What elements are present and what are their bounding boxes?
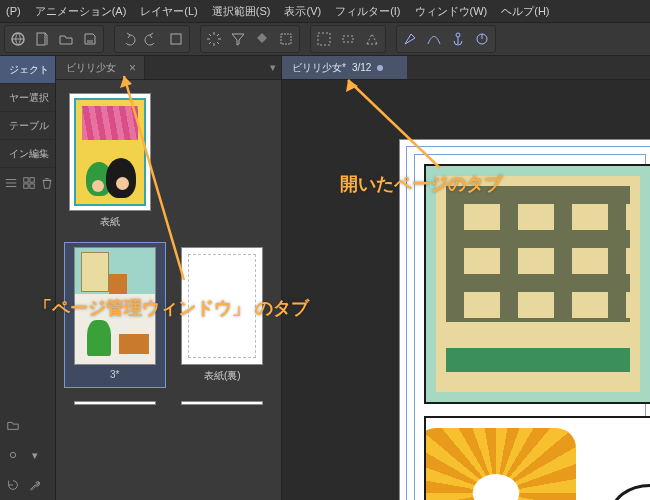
thumb-label: 3* (110, 369, 119, 380)
svg-rect-2 (87, 40, 93, 43)
page-manager-tab-label: ビリリ少女 (66, 61, 116, 75)
folder-icon[interactable] (4, 416, 22, 434)
sidebar-icon-row (0, 168, 55, 198)
canvas-page (400, 140, 650, 500)
sidebar-item-line-edit[interactable]: イン編集 (0, 140, 55, 168)
page-thumbnails: 表紙 3* 表紙(裏) (56, 80, 281, 500)
svg-rect-3 (171, 34, 181, 44)
wrench-icon[interactable] (26, 476, 44, 494)
toolbar-group-filter (200, 25, 300, 53)
tab-dropdown-icon[interactable]: ▾ (265, 56, 281, 79)
thumb-page-preview (69, 93, 151, 211)
history-icon[interactable] (4, 476, 22, 494)
sidebar-item-layer-select[interactable]: ヤー選択 (0, 84, 55, 112)
thumb-peek[interactable] (172, 396, 274, 410)
earth-app-icon[interactable] (7, 28, 29, 50)
menu-item[interactable]: フィルター(I) (335, 4, 400, 19)
canvas-viewport[interactable] (282, 80, 650, 500)
thumb-peek[interactable] (64, 396, 166, 410)
svg-point-15 (456, 33, 460, 37)
sidebar-item-object[interactable]: ジェクト (0, 56, 55, 84)
document-tab-title: ビリリ少女* (292, 61, 346, 75)
toolbar-group-vector (396, 25, 496, 53)
sidebar-lower-row-2: ▾ (0, 440, 55, 470)
svg-line-11 (217, 34, 219, 36)
power-icon[interactable] (471, 28, 493, 50)
svg-line-10 (209, 42, 211, 44)
thumb-back-cover[interactable]: 表紙(裏) (172, 242, 274, 388)
clear-icon[interactable] (165, 28, 187, 50)
thumb-label: 表紙(裏) (204, 369, 241, 383)
svg-rect-1 (37, 33, 45, 45)
menu-item[interactable]: レイヤー(L) (140, 4, 197, 19)
menu-item[interactable]: 選択範囲(S) (212, 4, 271, 19)
thumb-page-3[interactable]: 3* (64, 242, 166, 388)
toolbar-group-edit (114, 25, 190, 53)
document-tab-pages: 3/12 (352, 62, 371, 73)
select-rect-icon[interactable] (337, 28, 359, 50)
close-icon[interactable]: × (129, 61, 136, 75)
settings-icon[interactable] (4, 446, 22, 464)
transform-icon[interactable] (275, 28, 297, 50)
svg-rect-13 (318, 33, 330, 45)
menu-bar: (P) アニメーション(A) レイヤー(L) 選択範囲(S) 表示(V) フィル… (0, 0, 650, 22)
sidebar-item-table[interactable]: テーブル (0, 112, 55, 140)
main-area: ジェクト ヤー選択 テーブル イン編集 ▾ ビリリ少女 × ▾ (0, 56, 650, 500)
menu-item[interactable]: ウィンドウ(W) (415, 4, 488, 19)
menu-item[interactable]: (P) (6, 5, 21, 17)
svg-rect-19 (30, 178, 34, 182)
select-lasso-icon[interactable] (361, 28, 383, 50)
curve-tool-icon[interactable] (423, 28, 445, 50)
open-folder-icon[interactable] (55, 28, 77, 50)
toolbar-group-select (310, 25, 386, 53)
menu-item[interactable]: アニメーション(A) (35, 4, 127, 19)
page-manager-tab[interactable]: ビリリ少女 × (56, 56, 145, 79)
thumb-label: 表紙 (100, 215, 120, 229)
save-icon[interactable] (79, 28, 101, 50)
grid-icon[interactable] (22, 174, 36, 192)
loading-icon[interactable] (203, 28, 225, 50)
pen-tool-icon[interactable] (399, 28, 421, 50)
trash-icon[interactable] (40, 174, 54, 192)
svg-rect-20 (24, 184, 28, 188)
new-file-icon[interactable] (31, 28, 53, 50)
undo-icon[interactable] (117, 28, 139, 50)
canvas-area: ビリリ少女* 3/12 (282, 56, 650, 500)
sidebar-lower-row (0, 410, 55, 440)
select-dashed-icon[interactable] (313, 28, 335, 50)
filter-icon[interactable] (227, 28, 249, 50)
svg-line-8 (209, 34, 211, 36)
sidebar-lower-row-3 (0, 470, 55, 500)
anchor-tool-icon[interactable] (447, 28, 469, 50)
document-tab[interactable]: ビリリ少女* 3/12 (282, 56, 407, 79)
page-manager-tabbar: ビリリ少女 × ▾ (56, 56, 281, 80)
tool-sidebar: ジェクト ヤー選択 テーブル イン編集 ▾ (0, 56, 56, 500)
redo-icon[interactable] (141, 28, 163, 50)
menu-item[interactable]: ヘルプ(H) (501, 4, 549, 19)
unsaved-dot-icon (377, 65, 383, 71)
svg-rect-21 (30, 184, 34, 188)
svg-rect-18 (24, 178, 28, 182)
svg-point-22 (10, 452, 15, 457)
menu-item[interactable]: 表示(V) (284, 4, 321, 19)
thumb-cover[interactable]: 表紙 (64, 88, 156, 234)
svg-line-9 (217, 42, 219, 44)
list-icon[interactable] (4, 174, 18, 192)
svg-rect-12 (281, 34, 291, 44)
toolbar-group-file (4, 25, 104, 53)
thumb-page-preview (74, 247, 156, 365)
toolbar (0, 22, 650, 56)
page-manager-panel: ビリリ少女 × ▾ 表紙 3* 表紙(裏) (56, 56, 282, 500)
fill-icon[interactable] (251, 28, 273, 50)
dropdown-icon[interactable]: ▾ (26, 446, 44, 464)
document-tabbar: ビリリ少女* 3/12 (282, 56, 650, 80)
svg-rect-14 (343, 36, 353, 42)
thumb-page-preview (181, 247, 263, 365)
